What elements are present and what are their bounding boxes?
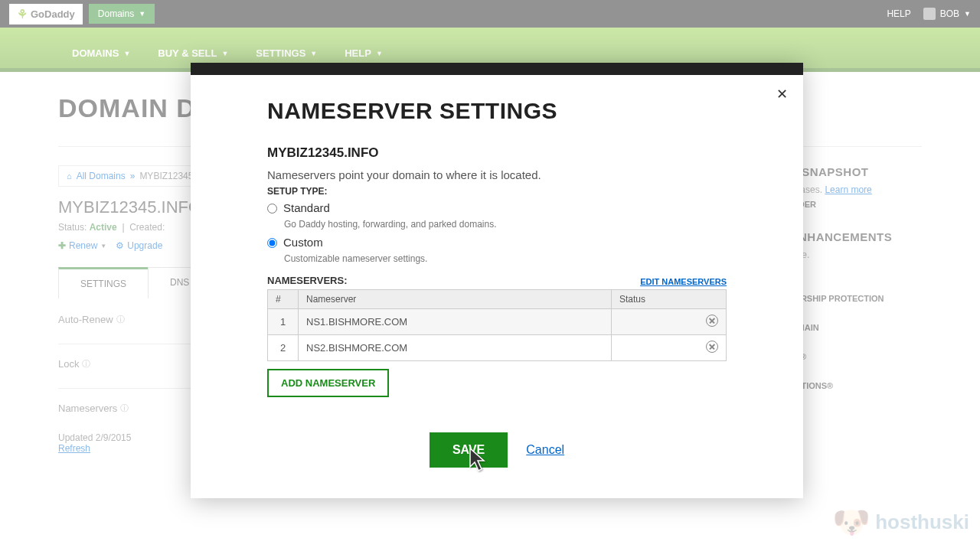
cell-num: 1 [268,309,299,335]
save-button[interactable]: SAVE [430,432,508,468]
delete-icon[interactable] [706,315,718,327]
cell-status [612,335,727,361]
modal-top-strip [191,63,803,75]
radio-standard-sub: Go Daddy hosting, forwarding, and parked… [284,219,727,230]
modal-domain: MYBIZ12345.INFO [267,145,727,161]
radio-custom[interactable]: Custom [267,236,727,249]
add-nameserver-button[interactable]: ADD NAMESERVER [267,369,389,397]
col-status: Status [612,290,727,309]
modal-description: Nameservers point your domain to where i… [267,168,727,181]
setup-type-label: SETUP TYPE: [267,186,727,197]
cell-num: 2 [268,335,299,361]
cell-status [612,309,727,335]
delete-icon[interactable] [706,341,718,353]
table-row: 1 NS1.BISHMORE.COM [268,309,727,335]
edit-nameservers-link[interactable]: EDIT NAMESERVERS [640,277,727,286]
col-name: Nameserver [299,290,612,309]
modal-title: NAMESERVER SETTINGS [267,98,727,124]
radio-input-custom[interactable] [267,238,277,248]
cancel-link[interactable]: Cancel [526,443,564,457]
nameservers-table: # Nameserver Status 1 NS1.BISHMORE.COM 2… [267,289,727,361]
cell-name: NS1.BISHMORE.COM [299,309,612,335]
nameservers-label: NAMESERVERS: [267,275,348,286]
nameserver-modal: ✕ NAMESERVER SETTINGS MYBIZ12345.INFO Na… [191,63,803,498]
nameservers-header: NAMESERVERS: EDIT NAMESERVERS [267,275,727,286]
radio-custom-sub: Customizable nameserver settings. [284,253,727,264]
cell-name: NS2.BISHMORE.COM [299,335,612,361]
radio-input-standard[interactable] [267,204,277,214]
table-row: 2 NS2.BISHMORE.COM [268,335,727,361]
modal-actions: SAVE Cancel [267,432,727,468]
radio-label: Standard [283,201,330,214]
radio-label: Custom [283,236,323,249]
col-num: # [268,290,299,309]
close-button[interactable]: ✕ [776,86,788,103]
modal-body: ✕ NAMESERVER SETTINGS MYBIZ12345.INFO Na… [191,75,803,498]
radio-standard[interactable]: Standard [267,201,727,214]
